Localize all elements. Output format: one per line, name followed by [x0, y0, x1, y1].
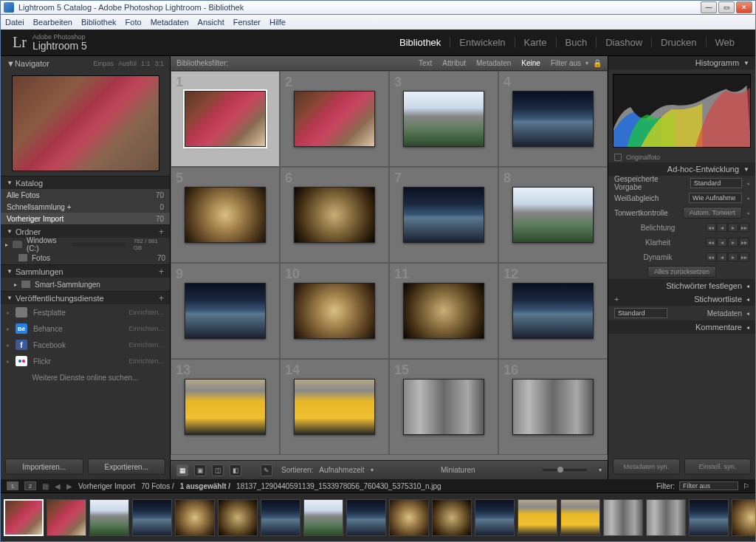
zoom-1:1[interactable]: 1:1 [141, 60, 151, 67]
publish-facebook[interactable]: ▸fFacebookEinrichten... [1, 337, 170, 353]
grid-cell[interactable]: 15 [389, 359, 498, 455]
menu-ansicht[interactable]: Ansicht [198, 18, 224, 27]
filter-tab-metadaten[interactable]: Metadaten [476, 59, 511, 67]
module-drucken[interactable]: Drucken [651, 37, 705, 48]
filmstrip-thumb[interactable] [346, 499, 386, 536]
keywords-header[interactable]: Stichwörter festlegen◂ [608, 279, 755, 292]
publish-flickr[interactable]: ▸FlickrEinrichten... [1, 353, 170, 369]
metadata-preset-select[interactable]: Standard [614, 308, 667, 318]
grid-cell[interactable]: 7 [389, 167, 498, 263]
catalog-row[interactable]: Alle Fotos70 [1, 189, 170, 201]
filmstrip-thumb[interactable] [389, 499, 429, 536]
loupe-view-button[interactable]: ▣ [194, 464, 206, 476]
filmstrip-thumb[interactable] [218, 499, 258, 536]
wb-select[interactable]: Wie Aufnahme [689, 193, 742, 203]
nav-back-icon[interactable]: ◀ [55, 482, 61, 490]
menu-metadaten[interactable]: Metadaten [151, 18, 189, 27]
filter-preset[interactable]: Filter aus [551, 59, 581, 67]
module-entwickeln[interactable]: Entwickeln [450, 37, 514, 48]
reset-all-button[interactable]: Alles zurücksetzen [647, 266, 716, 278]
filmstrip-thumb[interactable] [560, 499, 600, 536]
zoom-Ausfül[interactable]: Ausfül [118, 60, 137, 67]
clarity-stepper[interactable]: ◂◂◂▸▸▸ [706, 238, 749, 247]
grid-cell[interactable]: 9 [171, 263, 280, 359]
grid-cell[interactable]: 3 [389, 71, 498, 167]
import-button[interactable]: Importieren... [5, 459, 83, 475]
auto-tone-button[interactable]: Autom. Tonwert [683, 207, 742, 219]
filter-flag-icon[interactable]: ⚐ [743, 482, 749, 490]
module-bibliothek[interactable]: Bibliothek [391, 37, 450, 48]
collections-header[interactable]: ▼Sammlungen+ [1, 264, 170, 278]
filmstrip-thumb[interactable] [261, 499, 300, 536]
filmstrip-thumb[interactable] [603, 499, 643, 536]
grid-cell[interactable]: 12 [498, 263, 608, 359]
grid-cell[interactable]: 1 [171, 71, 280, 167]
sync-metadata-button[interactable]: Metadaten syn. [613, 459, 680, 475]
filter-tab-attribut[interactable]: Attribut [442, 59, 466, 67]
catalog-header[interactable]: ▼Katalog [1, 176, 170, 189]
thumbnail-size-slider[interactable] [543, 469, 587, 471]
exposure-stepper[interactable]: ◂◂◂▸▸▸ [706, 223, 749, 232]
menu-bibliothek[interactable]: Bibliothek [81, 18, 117, 27]
navigator-header[interactable]: ▼ Navigator EinpasAusfül1:13:1 [1, 56, 170, 71]
menu-bearbeiten[interactable]: Bearbeiten [33, 18, 72, 27]
info-filter-select[interactable]: Filter aus [679, 481, 738, 490]
preset-select[interactable]: Standard [690, 178, 742, 188]
zoom-Einpas[interactable]: Einpas [93, 60, 114, 67]
catalog-row[interactable]: Vorheriger Import70 [1, 213, 170, 224]
filmstrip-thumb[interactable] [475, 499, 515, 536]
maximize-button[interactable]: ▭ [718, 1, 735, 13]
publish-festplatte[interactable]: ▸FestplatteEinrichten... [1, 304, 170, 320]
filter-tab-text[interactable]: Text [419, 59, 432, 67]
filmstrip-thumb[interactable] [432, 499, 472, 536]
filter-tab-keine[interactable]: Keine [521, 59, 540, 67]
nav-fwd-icon[interactable]: ▶ [66, 482, 72, 490]
vibrance-stepper[interactable]: ◂◂◂▸▸▸ [706, 253, 749, 261]
catalog-row[interactable]: Schnellsammlung +0 [1, 201, 170, 213]
sort-value[interactable]: Aufnahmezeit [319, 466, 364, 474]
find-services-link[interactable]: Weitere Dienste online suchen... [1, 369, 170, 385]
folder-row[interactable]: Fotos 70 [1, 251, 170, 264]
module-karte[interactable]: Karte [515, 37, 556, 48]
export-button[interactable]: Exportieren... [88, 459, 166, 475]
keywordlist-header[interactable]: +Stichwortliste◂ [608, 292, 755, 306]
publish-header[interactable]: ▼Veröffentlichungsdienste+ [1, 291, 170, 304]
grid-view-button[interactable]: ▦ [176, 464, 188, 476]
filmstrip-thumb[interactable] [132, 499, 172, 536]
menu-hilfe[interactable]: Hilfe [269, 18, 286, 27]
lock-icon[interactable]: 🔒 [593, 59, 602, 67]
sync-settings-button[interactable]: Einstell. syn. [684, 459, 752, 475]
filmstrip[interactable] [1, 493, 755, 541]
smart-collections-row[interactable]: ▸ Smart-Sammlungen [1, 278, 170, 291]
filmstrip-thumb[interactable] [646, 499, 686, 536]
histogram[interactable] [613, 74, 751, 148]
grid-icon[interactable]: ▦ [42, 482, 49, 490]
menu-fenster[interactable]: Fenster [233, 18, 261, 27]
thumbnail-grid[interactable]: 12345678910111213141516 [171, 71, 608, 460]
module-buch[interactable]: Buch [556, 37, 597, 48]
filmstrip-thumb[interactable] [689, 499, 729, 536]
filmstrip-thumb[interactable] [47, 499, 86, 536]
screen-1-button[interactable]: 1 [7, 481, 18, 490]
close-button[interactable]: ✕ [736, 1, 752, 13]
minimize-button[interactable]: — [701, 1, 717, 13]
original-photo-check[interactable]: Originalfoto [608, 152, 755, 162]
grid-cell[interactable]: 6 [280, 167, 389, 263]
grid-cell[interactable]: 5 [171, 167, 280, 263]
survey-view-button[interactable]: ◧ [230, 464, 241, 476]
filmstrip-thumb[interactable] [4, 499, 44, 536]
filmstrip-thumb[interactable] [518, 499, 557, 536]
histogram-header[interactable]: Histogramm▼ [608, 56, 755, 69]
painter-tool-button[interactable]: ✎ [261, 464, 272, 476]
navigator-preview[interactable] [12, 75, 159, 171]
filmstrip-thumb[interactable] [732, 499, 755, 536]
quick-develop-header[interactable]: Ad-hoc-Entwicklung▼ [608, 162, 755, 176]
filmstrip-thumb[interactable] [89, 499, 129, 536]
filmstrip-thumb[interactable] [303, 499, 343, 536]
grid-cell[interactable]: 14 [280, 359, 389, 455]
grid-cell[interactable]: 10 [280, 263, 389, 359]
compare-view-button[interactable]: ◫ [212, 464, 224, 476]
publish-behance[interactable]: ▸BēBehanceEinrichten... [1, 320, 170, 337]
grid-cell[interactable]: 8 [498, 167, 608, 263]
menu-foto[interactable]: Foto [126, 18, 142, 27]
